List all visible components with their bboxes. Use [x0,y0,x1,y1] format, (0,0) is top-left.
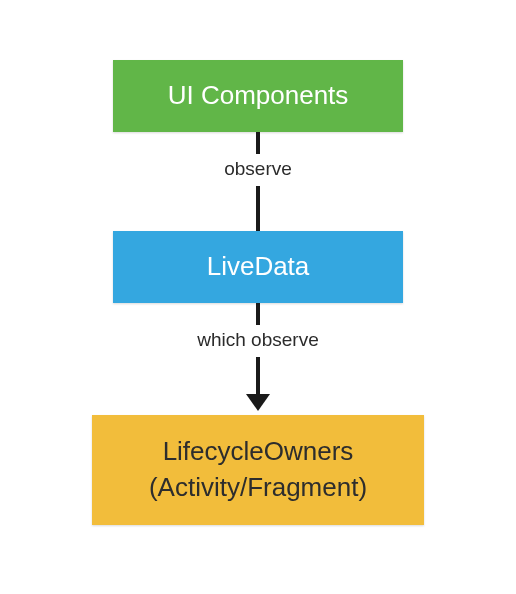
edge-which-observe-label: which observe [197,325,318,357]
edge-line-icon [256,132,260,154]
edge-line-icon [256,186,260,231]
arrow-down-icon [246,394,270,411]
node-lifecycle-owners: LifecycleOwners(Activity/Fragment) [92,415,424,525]
edge-which-observe: which observe [197,303,318,415]
edge-line-icon [256,303,260,325]
lifecycle-diagram: UI Components observe LiveData which obs… [92,30,424,565]
node-livedata: LiveData [113,231,403,303]
node-ui-components-label: UI Components [168,80,349,111]
edge-observe-label: observe [224,154,292,186]
node-livedata-label: LiveData [207,251,310,282]
node-lifecycle-owners-label: LifecycleOwners(Activity/Fragment) [149,434,367,504]
edge-observe: observe [224,132,292,231]
node-ui-components: UI Components [113,60,403,132]
edge-line-icon [256,357,260,395]
